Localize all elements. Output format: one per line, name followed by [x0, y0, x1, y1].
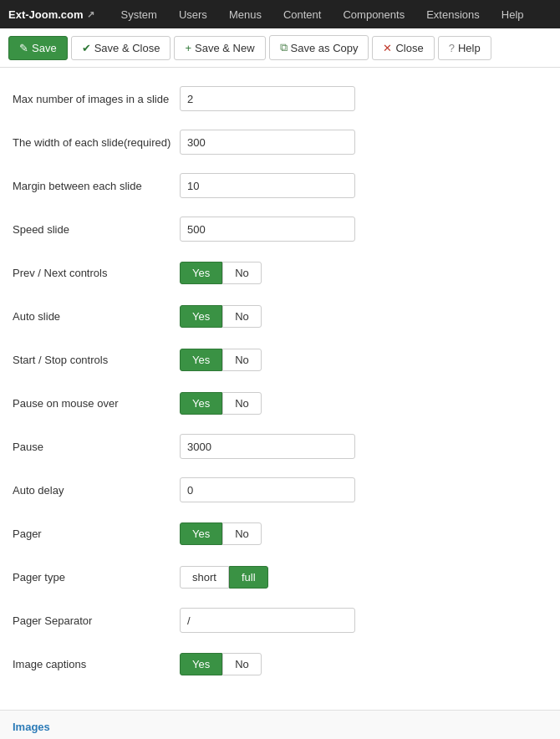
save-button[interactable]: Save — [8, 36, 68, 60]
check-icon — [82, 42, 91, 54]
brand-label: Ext-Joom.com — [8, 8, 84, 21]
toggle-pager: Yes No — [180, 522, 262, 545]
toggle-pager-no[interactable]: No — [222, 522, 262, 545]
save-icon — [19, 42, 28, 54]
save-close-label: Save & Close — [94, 42, 160, 54]
field-auto-slide: Auto slide Yes No — [13, 302, 547, 330]
nav-users[interactable]: Users — [169, 3, 217, 26]
toggle-pager-full[interactable]: full — [229, 566, 268, 589]
field-pager: Pager Yes No — [13, 519, 547, 548]
label-slide-width: The width of each slide(required) — [13, 136, 180, 149]
navbar-brand[interactable]: Ext-Joom.com ↗ — [8, 8, 94, 21]
nav-content[interactable]: Content — [273, 3, 332, 26]
toggle-pause-mouse: Yes No — [180, 392, 262, 415]
help-icon — [449, 42, 455, 54]
save-label: Save — [32, 42, 57, 54]
label-pause: Pause — [13, 441, 180, 453]
toggle-pager-type: short full — [180, 566, 268, 589]
label-prev-next: Prev / Next controls — [13, 267, 180, 279]
field-auto-delay: Auto delay — [13, 476, 547, 504]
toggle-start-stop: Yes No — [180, 349, 262, 371]
input-pause[interactable] — [180, 434, 355, 459]
toolbar: Save Save & Close Save & New Save as Cop… — [0, 28, 560, 68]
nav-help[interactable]: Help — [491, 3, 534, 26]
label-max-images: Max number of images in a slide — [13, 93, 180, 105]
label-speed-slide: Speed slide — [13, 223, 180, 236]
toggle-image-captions-yes[interactable]: Yes — [180, 653, 222, 675]
help-button[interactable]: Help — [438, 36, 491, 60]
close-icon — [383, 42, 392, 54]
nav-components[interactable]: Components — [333, 3, 415, 26]
nav-extensions[interactable]: Extensions — [416, 3, 490, 26]
toggle-image-captions: Yes No — [180, 653, 262, 675]
section-images: Images — [0, 711, 560, 739]
label-pager-sep: Pager Separator — [13, 614, 180, 627]
toggle-pause-mouse-no[interactable]: No — [222, 392, 262, 415]
field-pager-type: Pager type short full — [13, 563, 547, 591]
toggle-start-stop-no[interactable]: No — [222, 349, 262, 371]
save-copy-button[interactable]: Save as Copy — [269, 35, 369, 60]
input-pager-sep[interactable] — [180, 608, 355, 633]
toggle-auto-slide: Yes No — [180, 305, 262, 328]
field-pause-mouse: Pause on mouse over Yes No — [13, 389, 547, 417]
toggle-start-stop-yes[interactable]: Yes — [180, 349, 222, 371]
save-new-label: Save & New — [195, 42, 255, 54]
input-speed-slide[interactable] — [180, 217, 355, 242]
close-button[interactable]: Close — [372, 36, 434, 60]
field-max-images: Max number of images in a slide — [13, 84, 547, 113]
input-max-images[interactable] — [180, 86, 355, 111]
field-pause: Pause — [13, 432, 547, 461]
label-pager: Pager — [13, 527, 180, 540]
label-pause-mouse: Pause on mouse over — [13, 397, 180, 410]
field-margin-slide: Margin between each slide — [13, 171, 547, 200]
field-start-stop: Start / Stop controls Yes No — [13, 345, 547, 374]
label-pager-type: Pager type — [13, 571, 180, 584]
brand-icon: ↗ — [87, 9, 94, 20]
field-speed-slide: Speed slide — [13, 215, 547, 243]
input-auto-delay[interactable] — [180, 477, 355, 502]
navbar-menu: System Users Menus Content Components Ex… — [111, 3, 534, 26]
label-margin-slide: Margin between each slide — [13, 180, 180, 192]
toggle-prev-next-no[interactable]: No — [222, 262, 262, 284]
save-close-button[interactable]: Save & Close — [71, 36, 171, 60]
plus-icon — [185, 42, 191, 54]
field-prev-next: Prev / Next controls Yes No — [13, 258, 547, 287]
save-new-button[interactable]: Save & New — [174, 36, 265, 60]
copy-icon — [280, 41, 288, 54]
nav-menus[interactable]: Menus — [219, 3, 272, 26]
save-copy-label: Save as Copy — [291, 42, 359, 54]
toggle-auto-slide-yes[interactable]: Yes — [180, 305, 222, 328]
toggle-auto-slide-no[interactable]: No — [222, 305, 262, 328]
field-slide-width: The width of each slide(required) — [13, 128, 547, 156]
field-image-captions: Image captions Yes No — [13, 650, 547, 678]
field-pager-sep: Pager Separator — [13, 606, 547, 635]
label-auto-slide: Auto slide — [13, 310, 180, 323]
toggle-pager-short[interactable]: short — [180, 566, 229, 589]
nav-system[interactable]: System — [111, 3, 167, 26]
navbar: Ext-Joom.com ↗ System Users Menus Conten… — [0, 0, 560, 28]
toggle-prev-next: Yes No — [180, 262, 262, 284]
images-link[interactable]: Images — [13, 721, 50, 733]
label-image-captions: Image captions — [13, 658, 180, 670]
help-label: Help — [458, 42, 481, 54]
toggle-pager-yes[interactable]: Yes — [180, 522, 222, 545]
section-links: Images Advanced Options — [0, 710, 560, 739]
main-form: Max number of images in a slide The widt… — [0, 68, 560, 710]
toggle-prev-next-yes[interactable]: Yes — [180, 262, 222, 284]
input-slide-width[interactable] — [180, 130, 355, 155]
label-auto-delay: Auto delay — [13, 484, 180, 497]
toggle-pause-mouse-yes[interactable]: Yes — [180, 392, 222, 415]
toggle-image-captions-no[interactable]: No — [222, 653, 262, 675]
label-start-stop: Start / Stop controls — [13, 354, 180, 366]
input-margin-slide[interactable] — [180, 173, 355, 198]
close-label: Close — [395, 42, 423, 54]
